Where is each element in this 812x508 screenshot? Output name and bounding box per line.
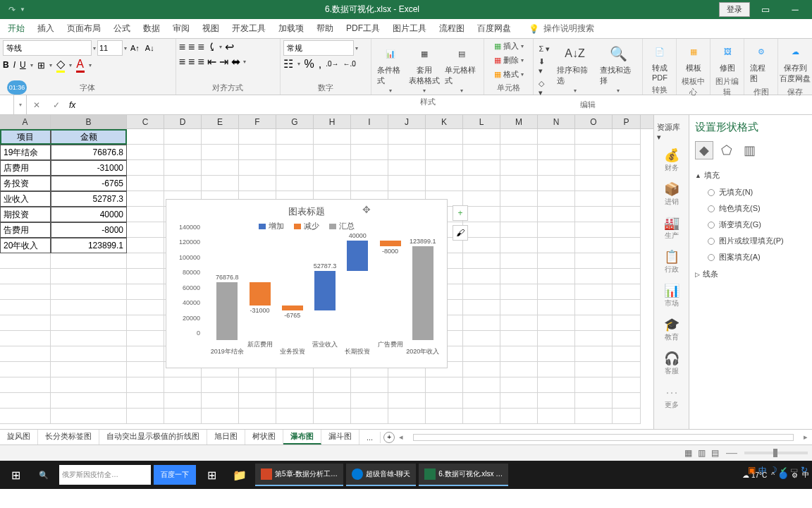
cell[interactable] <box>388 176 426 191</box>
cell-styles-button[interactable]: ▤单元格样式▾ <box>442 42 481 95</box>
tab-home[interactable]: 开始 <box>1 19 31 38</box>
cell[interactable] <box>51 409 127 424</box>
cell[interactable] <box>538 269 575 284</box>
border-icon[interactable]: ⊞ <box>37 60 45 71</box>
cell[interactable] <box>463 331 500 346</box>
ribbon-options-icon[interactable]: ▭ <box>751 3 780 17</box>
cell[interactable] <box>0 284 51 300</box>
cell[interactable] <box>51 300 127 315</box>
fill-series-icon[interactable]: ⬇ ▾ <box>536 56 553 76</box>
chart-object[interactable]: ✥ 图表标题 增加减少汇总 02000040000600008000010000… <box>166 199 448 368</box>
cell[interactable] <box>575 315 613 331</box>
cell[interactable] <box>613 331 641 346</box>
size-select[interactable] <box>97 40 123 56</box>
horizontal-scrollbar[interactable] <box>413 434 794 441</box>
cell[interactable] <box>575 409 613 424</box>
cell[interactable] <box>500 129 538 145</box>
cell[interactable] <box>500 377 538 393</box>
cell[interactable] <box>239 129 276 145</box>
cell[interactable] <box>127 160 164 176</box>
cell[interactable] <box>538 377 575 393</box>
cell[interactable] <box>463 176 500 191</box>
cell[interactable]: 项目 <box>0 129 51 145</box>
align-left-icon[interactable]: ≡ <box>179 56 185 68</box>
cell[interactable] <box>613 253 641 269</box>
cell[interactable]: 店费用 <box>0 160 51 176</box>
tray-wps-icon[interactable]: ▣ <box>748 465 756 477</box>
indent-inc-icon[interactable]: ⇥ <box>219 55 228 68</box>
cell[interactable] <box>388 145 426 160</box>
chart-bar[interactable]: 123899.1 <box>412 246 433 340</box>
cell[interactable] <box>426 176 463 191</box>
cell[interactable]: 告费用 <box>0 222 51 238</box>
cell[interactable] <box>500 331 538 346</box>
cell[interactable] <box>538 191 575 207</box>
col-header-M[interactable]: M <box>500 115 538 128</box>
cell[interactable] <box>164 409 202 424</box>
redo-icon[interactable]: ↷ <box>8 5 16 15</box>
cell[interactable] <box>164 160 202 176</box>
cell[interactable] <box>575 269 613 284</box>
tray-user-icon[interactable]: ▭ <box>790 465 798 477</box>
cell[interactable] <box>575 346 613 362</box>
col-header-N[interactable]: N <box>538 115 575 128</box>
resource-item[interactable]: ⋯更多 <box>659 382 684 413</box>
fill-dd[interactable]: ▾ <box>69 62 72 68</box>
cell[interactable] <box>538 315 575 331</box>
fill-option[interactable]: 纯色填充(S) <box>695 200 806 217</box>
cell[interactable] <box>538 238 575 253</box>
cell[interactable] <box>164 377 202 393</box>
convert-pdf-button[interactable]: 📄转成 PDF <box>646 40 674 83</box>
fill-section-toggle[interactable]: ▲填充 <box>695 167 806 184</box>
cell[interactable] <box>500 222 538 238</box>
chart-bar[interactable]: -31000 <box>250 282 271 306</box>
cell[interactable] <box>314 145 351 160</box>
cell[interactable] <box>463 191 500 207</box>
cell[interactable] <box>0 315 51 331</box>
cell[interactable] <box>463 253 500 269</box>
bold-button[interactable]: B <box>3 60 9 70</box>
cell[interactable] <box>613 207 641 222</box>
tray-sync-icon[interactable]: ↻ <box>801 465 808 477</box>
cell[interactable] <box>575 284 613 300</box>
cell[interactable] <box>500 238 538 253</box>
cell[interactable] <box>575 222 613 238</box>
cell[interactable]: 金额 <box>51 129 127 145</box>
col-header-A[interactable]: A <box>0 115 51 128</box>
tab-baidu[interactable]: 百度网盘 <box>471 19 517 38</box>
cell[interactable] <box>613 145 641 160</box>
cell[interactable] <box>613 362 641 377</box>
cell[interactable] <box>613 238 641 253</box>
cell[interactable] <box>202 129 239 145</box>
comma-icon[interactable]: , <box>319 58 321 71</box>
tab-pdf[interactable]: PDF工具 <box>340 19 386 38</box>
col-header-O[interactable]: O <box>575 115 613 128</box>
add-sheet-button[interactable]: + <box>383 432 395 443</box>
template-button[interactable]: ▦模板 <box>679 40 708 75</box>
chart-bar[interactable]: 52787.3 <box>314 271 336 311</box>
cell[interactable] <box>127 315 164 331</box>
cell[interactable]: 19年结余 <box>0 145 51 160</box>
sheet-tab[interactable]: 旭日图 <box>207 430 245 445</box>
cell[interactable] <box>575 377 613 393</box>
cell[interactable] <box>463 300 500 315</box>
tab-data[interactable]: 数据 <box>137 19 166 38</box>
cell[interactable] <box>127 393 164 409</box>
cell[interactable] <box>202 145 239 160</box>
cell[interactable] <box>51 362 127 377</box>
cell[interactable] <box>500 346 538 362</box>
tab-flow[interactable]: 流程图 <box>433 19 471 38</box>
col-header-H[interactable]: H <box>314 115 351 128</box>
cell[interactable] <box>613 129 641 145</box>
fill-option[interactable]: 无填充(N) <box>695 184 806 200</box>
save-baidu-button[interactable]: ☁保存到 百度网盘 <box>781 40 809 85</box>
cell[interactable] <box>0 331 51 346</box>
sort-filter-button[interactable]: A↓Z排序和筛选▾ <box>554 42 596 95</box>
fontcolor-dd[interactable]: ▾ <box>89 62 92 68</box>
cell[interactable] <box>127 346 164 362</box>
col-header-D[interactable]: D <box>164 115 202 128</box>
chart-bar[interactable]: 76876.8 <box>216 282 238 340</box>
cell[interactable] <box>500 315 538 331</box>
find-select-button[interactable]: 🔍查找和选择▾ <box>597 42 639 95</box>
page-break-icon[interactable]: ▤ <box>711 448 719 458</box>
